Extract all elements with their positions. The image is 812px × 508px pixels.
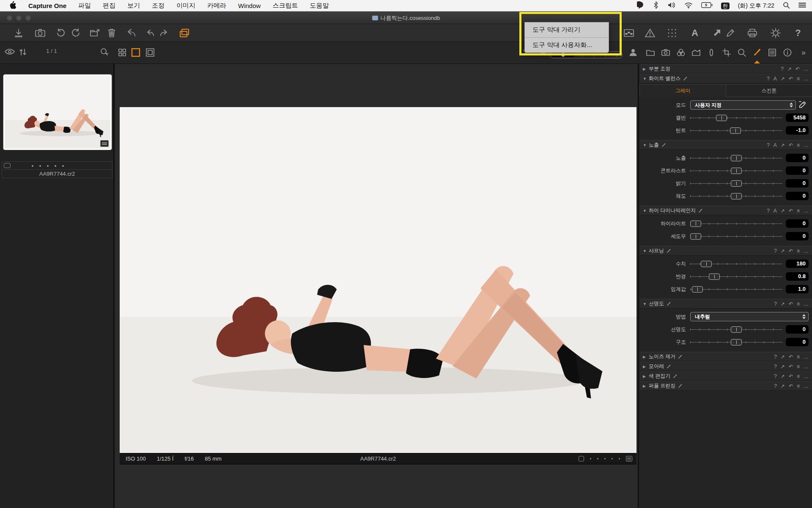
menu-camera[interactable]: 카메라 — [207, 2, 226, 10]
contrast-value[interactable]: 0 — [786, 166, 809, 175]
disclosure-triangle[interactable]: ▶ — [643, 374, 649, 378]
context-menu-hide-toolbar[interactable]: 도구 막대 가리기 — [525, 22, 609, 37]
brightness-slider[interactable] — [690, 180, 782, 187]
reset-icon[interactable]: ↶ — [789, 373, 793, 379]
section-white-balance[interactable]: ▼ 화이트 밸런스 ? A ↗ ↶ ≡ … — [639, 74, 812, 83]
help-icon[interactable]: ? — [774, 364, 777, 370]
help-icon[interactable]: ? — [767, 142, 770, 148]
section-hdr[interactable]: ▼ 하이 다이나믹레인지 ? A ↗ ↶ ≡ … — [639, 206, 812, 215]
filter-eye-icon[interactable] — [4, 48, 15, 55]
menubar-app-name[interactable]: Capture One — [28, 2, 66, 9]
slider-thumb[interactable] — [701, 261, 712, 267]
white-balance-picker-icon[interactable] — [796, 101, 809, 109]
highlight-value[interactable]: 0 — [786, 219, 809, 228]
brush-edit-icon[interactable] — [678, 354, 683, 359]
reset-icon[interactable]: ↶ — [796, 66, 800, 72]
help-icon[interactable]: ? — [774, 248, 777, 254]
tab-metadata-list-icon[interactable] — [766, 47, 778, 58]
reset-icon[interactable]: ↶ — [789, 364, 793, 370]
highlight-slider[interactable] — [690, 220, 782, 227]
copy-apply-icon[interactable]: ↗ — [781, 383, 785, 389]
shadow-value[interactable]: 0 — [786, 232, 809, 240]
disclosure-triangle[interactable]: ▼ — [643, 302, 649, 306]
slider-thumb[interactable] — [731, 168, 742, 174]
undo-button[interactable] — [144, 27, 156, 39]
copy-apply-icon[interactable]: ↗ — [787, 66, 792, 72]
kelvin-value[interactable]: 5458 — [786, 113, 809, 122]
slider-thumb[interactable] — [731, 180, 742, 187]
auto-adjust-icon[interactable]: A — [774, 76, 777, 82]
help-button[interactable]: ? — [792, 27, 804, 39]
disclosure-triangle[interactable]: ▶ — [643, 364, 649, 369]
more-icon[interactable]: … — [804, 142, 809, 148]
copy-apply-icon[interactable]: ↗ — [781, 373, 785, 379]
section-noise-reduction[interactable]: ▶ 노이즈 제거 ? ↗ ↶ ≡ … — [639, 352, 812, 362]
copy-apply-icon[interactable]: ↗ — [781, 142, 785, 148]
copy-apply-icon[interactable]: ↗ — [781, 248, 785, 254]
brightness-value[interactable]: 0 — [786, 179, 809, 188]
reset-icon[interactable]: ↶ — [789, 383, 793, 389]
section-color-editor[interactable]: ▶ 색 편집기 ? ↗ ↶ ≡ … — [639, 371, 812, 381]
reset-icon[interactable]: ↶ — [789, 301, 793, 307]
copy-apply-icon[interactable]: ↗ — [781, 76, 785, 82]
menu-image[interactable]: 이미지 — [176, 2, 195, 10]
structure-slider[interactable] — [690, 339, 782, 345]
menu-file[interactable]: 파일 — [78, 2, 91, 10]
help-icon[interactable]: ? — [774, 373, 777, 379]
sort-order-icon[interactable] — [19, 48, 27, 56]
auto-adjust-icon[interactable]: A — [774, 142, 777, 148]
auto-adjust-icon[interactable]: A — [774, 208, 777, 214]
copy-apply-icon[interactable]: ↗ — [781, 354, 785, 360]
slider-thumb[interactable] — [692, 286, 703, 293]
reset-icon[interactable]: ↶ — [789, 208, 793, 214]
reset-icon[interactable]: ↶ — [789, 142, 793, 148]
rotate-left-button[interactable] — [55, 27, 67, 39]
clarity-value[interactable]: 0 — [786, 325, 809, 334]
zoom-in-person-icon[interactable] — [628, 48, 638, 57]
proof-grid-icon[interactable] — [666, 27, 678, 39]
copy-apply-icon[interactable]: ↗ — [781, 364, 785, 370]
structure-value[interactable]: 0 — [786, 338, 809, 346]
help-icon[interactable]: ? — [767, 76, 770, 82]
reset-adjustments-button[interactable] — [125, 27, 137, 39]
slider-thumb[interactable] — [690, 233, 701, 240]
help-icon[interactable]: ? — [781, 66, 784, 72]
stepper-icon[interactable] — [802, 312, 806, 321]
slider-thumb[interactable] — [716, 115, 727, 121]
brush-edit-icon[interactable] — [666, 364, 671, 369]
menu-scripts[interactable]: 스크립트 — [272, 2, 298, 10]
kelvin-slider[interactable] — [690, 114, 782, 121]
shadow-slider[interactable] — [690, 233, 782, 240]
slider-thumb[interactable] — [731, 339, 742, 345]
wb-mode-select[interactable]: 사용자 지정 — [690, 100, 796, 110]
clarity-method-select[interactable]: 내추럴 — [690, 312, 809, 321]
zoom-slider-thumb[interactable] — [561, 53, 565, 57]
tab-info-icon[interactable] — [782, 47, 793, 58]
more-tabs-chevrons[interactable]: » — [798, 47, 809, 58]
tab-color-icon[interactable] — [675, 47, 687, 58]
presets-icon[interactable]: ≡ — [797, 354, 800, 360]
redo-button[interactable] — [158, 27, 170, 39]
annotations-letter-icon[interactable]: A — [689, 27, 701, 39]
slider-thumb[interactable] — [690, 221, 701, 227]
print-button[interactable] — [746, 27, 759, 39]
help-icon[interactable]: ? — [774, 383, 777, 389]
threshold-slider[interactable] — [690, 286, 782, 293]
thumbnail-filename[interactable]: AA9R7744.cr2 — [2, 170, 112, 178]
capture-camera-button[interactable] — [34, 27, 47, 39]
multi-view-button[interactable] — [118, 48, 127, 57]
section-moire[interactable]: ▶ 모아레 ? ↗ ↶ ≡ … — [639, 362, 812, 371]
exposure-slider[interactable] — [690, 155, 782, 161]
copy-apply-icon[interactable]: ↗ — [781, 208, 785, 214]
clarity-slider[interactable] — [690, 326, 782, 333]
tab-details-magnifier-icon[interactable] — [736, 47, 748, 58]
menu-view[interactable]: 보기 — [127, 2, 140, 10]
brush-edit-icon[interactable] — [666, 301, 671, 306]
brush-edit-icon[interactable] — [698, 208, 703, 213]
exposure-value[interactable]: 0 — [786, 154, 809, 162]
presets-icon[interactable]: ≡ — [797, 76, 800, 82]
thumbnail-variants-icon[interactable] — [100, 140, 109, 147]
slider-thumb[interactable] — [730, 127, 741, 134]
more-icon[interactable]: … — [804, 383, 809, 389]
contrast-slider[interactable] — [690, 167, 782, 174]
